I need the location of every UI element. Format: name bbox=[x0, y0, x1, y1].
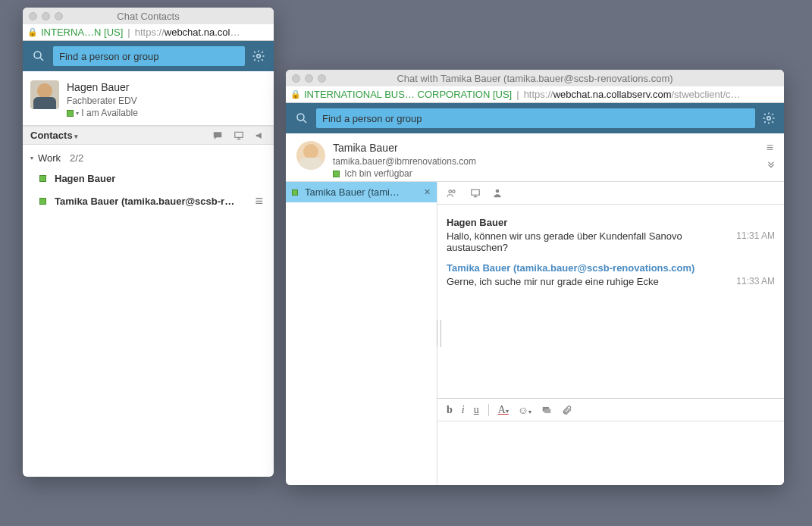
contact-item[interactable]: Tamika Bauer (tamika.bauer@scsb-r… ≡ bbox=[30, 189, 266, 214]
lock-icon: 🔒 bbox=[27, 27, 38, 37]
lock-icon: 🔒 bbox=[290, 89, 301, 99]
url-scheme: https:// bbox=[135, 27, 165, 38]
separator bbox=[488, 404, 489, 416]
svg-point-0 bbox=[34, 52, 41, 58]
status-available-icon bbox=[67, 110, 74, 117]
chat-toolbar bbox=[437, 182, 784, 205]
msg-text: Hallo, können wir uns gerade über Kunden… bbox=[447, 230, 729, 253]
url-trail: /stwebclient/c… bbox=[672, 89, 741, 100]
partner-avatar[interactable] bbox=[296, 141, 325, 170]
search-icon[interactable] bbox=[293, 110, 310, 127]
search-bar bbox=[286, 103, 784, 133]
svg-point-10 bbox=[453, 189, 456, 193]
tab-label: Tamika Bauer (tami… bbox=[305, 186, 400, 198]
chat-icon[interactable] bbox=[212, 130, 224, 141]
search-icon[interactable] bbox=[30, 48, 47, 64]
status-available-icon bbox=[333, 171, 340, 177]
self-avatar[interactable] bbox=[30, 80, 59, 109]
announce-icon[interactable] bbox=[254, 130, 266, 141]
svg-rect-16 bbox=[544, 409, 550, 413]
person-icon[interactable] bbox=[492, 188, 503, 199]
group-label: Work bbox=[38, 152, 61, 164]
chevron-down-icon: ▾ bbox=[30, 155, 33, 161]
self-name: Hagen Bauer bbox=[67, 80, 138, 94]
message: Hallo, können wir uns gerade über Kunden… bbox=[447, 230, 775, 253]
close-icon[interactable]: ✕ bbox=[424, 187, 431, 197]
self-subtitle: Fachberater EDV bbox=[67, 95, 138, 108]
titlebar: Chat with Tamika Bauer (tamika.bauer@scs… bbox=[286, 70, 784, 86]
url-host: webchat.na.col bbox=[165, 27, 230, 38]
group-count: 2/2 bbox=[70, 152, 83, 164]
svg-line-7 bbox=[303, 120, 306, 123]
partner-name: Tamika Bauer bbox=[333, 141, 476, 155]
status-available-icon bbox=[292, 189, 298, 196]
search-input[interactable] bbox=[316, 108, 755, 128]
partner-status: Ich bin verfügbar bbox=[344, 168, 412, 179]
partner-profile: Tamika Bauer tamika.bauer@ibmrenovations… bbox=[286, 133, 784, 182]
url-bar[interactable]: 🔒 INTERNATIONAL BUS… CORPORATION [US] | … bbox=[286, 86, 784, 103]
svg-point-2 bbox=[257, 55, 261, 58]
split-handle[interactable] bbox=[437, 320, 441, 347]
gear-icon[interactable] bbox=[761, 111, 776, 126]
cert-label: INTERNATIONAL BUS… CORPORATION [US] bbox=[304, 89, 512, 100]
partner-email: tamika.bauer@ibmrenovations.com bbox=[333, 156, 476, 168]
emoji-icon[interactable]: ☺▾ bbox=[518, 404, 531, 416]
gear-icon[interactable] bbox=[251, 49, 266, 64]
contact-item[interactable]: Hagen Bauer bbox=[30, 168, 266, 189]
contact-name: Hagen Bauer bbox=[55, 173, 115, 184]
window-title: Chat with Tamika Bauer (tamika.bauer@scs… bbox=[286, 73, 784, 84]
status-available-icon bbox=[39, 198, 46, 205]
self-profile: Hagen Bauer Fachberater EDV ▾ I am Avail… bbox=[23, 71, 274, 126]
search-input[interactable] bbox=[53, 46, 245, 66]
msg-time: 11:33 AM bbox=[729, 276, 775, 287]
screenshot-icon[interactable] bbox=[541, 405, 553, 415]
attach-icon[interactable] bbox=[562, 404, 572, 416]
msg-time: 11:31 AM bbox=[729, 230, 775, 253]
conversation-tabs: Tamika Bauer (tami… ✕ bbox=[286, 182, 437, 485]
contacts-section-header: Contacts▾ bbox=[23, 126, 274, 145]
svg-point-6 bbox=[297, 114, 304, 121]
svg-rect-3 bbox=[235, 132, 243, 137]
svg-line-1 bbox=[40, 58, 43, 61]
svg-rect-11 bbox=[472, 189, 480, 195]
message: Gerne, ich suche mir nur grade eine ruhi… bbox=[447, 276, 775, 287]
url-scheme: https:// bbox=[524, 89, 553, 100]
msg-sender: Hagen Bauer bbox=[447, 217, 775, 228]
chevron-down-icon: ▾ bbox=[76, 109, 79, 116]
msg-text: Gerne, ich suche mir nur grade eine ruhi… bbox=[447, 276, 659, 287]
search-bar bbox=[23, 41, 274, 71]
underline-icon[interactable]: u bbox=[474, 404, 479, 416]
more-icon[interactable]: ≡ bbox=[255, 193, 263, 209]
contacts-label[interactable]: Contacts▾ bbox=[30, 130, 78, 141]
screen-share-icon[interactable] bbox=[233, 130, 245, 141]
contacts-window: Chat Contacts 🔒 INTERNA…N [US] | https:/… bbox=[23, 8, 274, 477]
font-color-icon[interactable]: A▾ bbox=[498, 404, 509, 416]
window-title: Chat Contacts bbox=[23, 11, 274, 22]
self-status-row[interactable]: ▾ I am Available bbox=[67, 108, 138, 120]
msg-sender: Tamika Bauer (tamika.bauer@scsb-renovati… bbox=[447, 262, 775, 274]
url-bar[interactable]: 🔒 INTERNA…N [US] | https://webchat.na.co… bbox=[23, 24, 274, 41]
conversation-tab[interactable]: Tamika Bauer (tami… ✕ bbox=[286, 182, 437, 202]
chevron-down-icon: ▾ bbox=[74, 133, 78, 140]
chat-main: Hagen Bauer Hallo, können wir uns gerade… bbox=[437, 182, 784, 485]
chat-window: Chat with Tamika Bauer (tamika.bauer@scs… bbox=[286, 70, 784, 485]
url-trail: … bbox=[230, 27, 240, 38]
status-available-icon bbox=[39, 175, 46, 182]
svg-point-14 bbox=[496, 189, 500, 193]
svg-point-8 bbox=[767, 117, 771, 121]
expand-icon[interactable] bbox=[766, 161, 776, 171]
contact-list: ▾ Work 2/2 Hagen Bauer Tamika Bauer (tam… bbox=[23, 145, 274, 217]
screen-share-icon[interactable] bbox=[469, 188, 481, 199]
url-host: webchat.na.collabserv.com bbox=[553, 89, 672, 100]
compose-input[interactable] bbox=[437, 421, 784, 485]
bold-icon[interactable]: b bbox=[447, 404, 453, 416]
self-status: I am Available bbox=[81, 108, 138, 118]
group-work[interactable]: ▾ Work 2/2 bbox=[30, 148, 266, 168]
contact-name: Tamika Bauer (tamika.bauer@scsb-r… bbox=[55, 196, 234, 207]
partner-status-row: Ich bin verfügbar bbox=[333, 168, 476, 180]
italic-icon[interactable]: i bbox=[462, 404, 465, 416]
format-toolbar: b i u A▾ ☺▾ bbox=[437, 399, 784, 421]
compose: b i u A▾ ☺▾ bbox=[437, 398, 784, 485]
svg-point-9 bbox=[449, 189, 452, 193]
add-people-icon[interactable] bbox=[445, 188, 459, 199]
